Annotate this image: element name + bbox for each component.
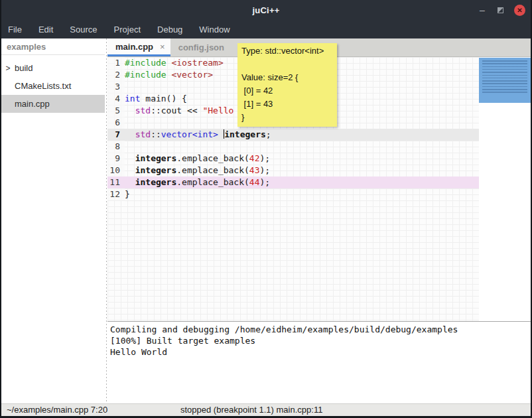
maximize-icon[interactable] [498, 7, 503, 13]
menu-item-source[interactable]: Source [70, 25, 105, 35]
chevron-right-icon[interactable]: > [1, 64, 15, 73]
statusbar: ~/examples/main.cpp 7:20 stopped (breakp… [1, 403, 531, 416]
line-number[interactable]: 11 [107, 176, 125, 188]
output-line: Compiling and debugging /home/eidheim/ex… [110, 324, 528, 335]
line-number[interactable]: 12 [107, 188, 125, 200]
window-controls: – ✕ [478, 0, 525, 20]
status-file-position: ~/examples/main.cpp 7:20 [7, 404, 107, 416]
menu-item-project[interactable]: Project [114, 25, 149, 35]
code-text: std::vector<int> integers; [125, 129, 271, 141]
code-text: #include <vector> [125, 69, 213, 81]
tooltip-line [241, 58, 333, 71]
tooltip-line: } [241, 111, 333, 124]
code-text: int main() { [125, 93, 187, 105]
line-number[interactable]: 10 [107, 165, 125, 176]
project-name-header: examples [1, 38, 105, 55]
line-number[interactable]: 1 [107, 57, 125, 69]
tab-label: config.json [178, 42, 224, 52]
minimize-icon[interactable]: – [478, 7, 487, 13]
code-line[interactable]: 9 integers.emplace_back(42); [107, 153, 479, 165]
line-number[interactable]: 2 [107, 69, 125, 81]
tree-item-main-cpp[interactable]: main.cpp [1, 95, 105, 113]
code-line[interactable]: 12} [107, 188, 479, 200]
line-number[interactable]: 3 [107, 81, 125, 93]
menu-item-file[interactable]: File [8, 25, 31, 35]
output-line: [100%] Built target examples [110, 335, 528, 346]
line-number[interactable]: 9 [107, 153, 125, 165]
minimap[interactable] [479, 57, 531, 321]
tab-label: main.cpp [115, 42, 153, 52]
close-icon[interactable]: ✕ [514, 5, 525, 16]
code-text: #include <iostream> [125, 57, 224, 69]
code-text: integers.emplace_back(43); [125, 165, 270, 176]
tree-item-label: CMakeLists.txt [15, 81, 71, 91]
tree-item-label: build [15, 63, 33, 73]
menu-item-edit[interactable]: Edit [38, 25, 62, 35]
tooltip-line: [1] = 43 [241, 98, 333, 111]
line-number[interactable]: 4 [107, 93, 125, 105]
menubar: File Edit Source Project Debug Window [1, 20, 531, 38]
menu-item-window[interactable]: Window [199, 25, 238, 35]
code-text: } [125, 188, 130, 200]
juci-window: juCi++ – ✕ File Edit Source Project Debu… [0, 0, 532, 418]
debug-value-tooltip: Type: std::vector<int>Value: size=2 { [0… [237, 43, 337, 127]
code-text: integers.emplace_back(44); [125, 176, 270, 188]
line-number[interactable]: 6 [107, 117, 125, 129]
tooltip-line: [0] = 42 [241, 84, 333, 98]
tooltip-line: Value: size=2 { [241, 71, 333, 84]
tab-config-json[interactable]: config.json [170, 38, 232, 56]
file-tree: > build CMakeLists.txt main.cpp [1, 55, 105, 113]
titlebar[interactable]: juCi++ – ✕ [1, 0, 531, 20]
tree-item-label: main.cpp [15, 99, 50, 109]
tooltip-line: Type: std::vector<int> [241, 44, 333, 58]
line-number[interactable]: 8 [107, 141, 125, 153]
minimap-code [482, 60, 527, 94]
line-number[interactable]: 5 [107, 105, 125, 117]
minimap-viewport[interactable] [479, 58, 531, 103]
code-line[interactable]: 10 integers.emplace_back(43); [107, 165, 479, 176]
code-line[interactable]: 8 [107, 141, 479, 153]
file-tree-sidebar: examples > build CMakeLists.txt main.cpp [1, 38, 105, 403]
menu-item-debug[interactable]: Debug [157, 25, 191, 35]
code-line[interactable]: 7 std::vector<int> integers; [107, 129, 479, 141]
tree-item-cmakelists[interactable]: CMakeLists.txt [1, 77, 105, 95]
status-debug-state: stopped (breakpoint 1.1) main.cpp:11 [180, 404, 322, 416]
tree-item-build[interactable]: > build [1, 59, 105, 77]
build-output-panel[interactable]: Compiling and debugging /home/eidheim/ex… [107, 322, 531, 403]
window-title: juCi++ [253, 5, 280, 15]
code-text: integers.emplace_back(42); [125, 153, 270, 165]
tab-main-cpp[interactable]: main.cpp × [107, 38, 170, 56]
tab-close-icon[interactable]: × [160, 42, 165, 52]
output-line: Hello World [110, 346, 528, 358]
line-number[interactable]: 7 [107, 129, 125, 141]
code-line[interactable]: 11 integers.emplace_back(44); [107, 176, 479, 188]
